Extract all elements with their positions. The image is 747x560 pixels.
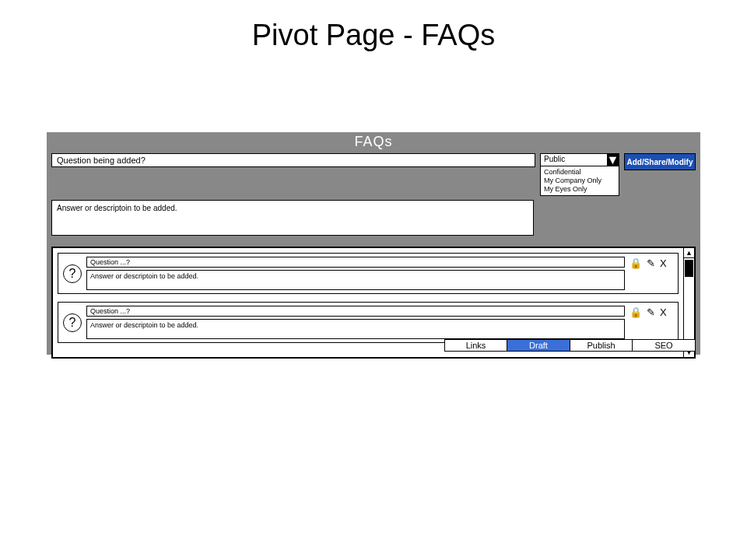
faq-fields: Question ...? Answer or descriptoin to b… (86, 306, 625, 339)
faq-row: ? Question ...? Answer or descriptoin to… (58, 253, 679, 294)
question-input[interactable]: Question being added? (51, 153, 535, 167)
tab-seo[interactable]: SEO (632, 339, 696, 352)
scroll-up-icon[interactable]: ▲ (684, 248, 694, 258)
tab-links[interactable]: Links (444, 339, 508, 352)
faq-question-field[interactable]: Question ...? (86, 306, 625, 317)
tab-draft[interactable]: Draft (507, 339, 570, 352)
edit-icon[interactable]: ✎ (647, 306, 655, 318)
delete-icon[interactable]: X (660, 306, 667, 318)
faq-question-field[interactable]: Question ...? (86, 257, 625, 268)
add-share-modify-button[interactable]: Add/Share/Modify (624, 153, 696, 170)
row-actions: 🔒 ✎ X (630, 257, 673, 290)
answer-input[interactable]: Answer or descriptoin to be added. (51, 200, 534, 236)
row-actions: 🔒 ✎ X (630, 306, 673, 339)
faq-fields: Question ...? Answer or descriptoin to b… (86, 257, 625, 290)
add-row: Question being added? Public ▼ Confident… (47, 153, 700, 196)
visibility-options[interactable]: Confidential My Company Only My Eyes Onl… (540, 166, 619, 196)
edit-icon[interactable]: ✎ (647, 257, 655, 269)
scroll-thumb[interactable] (685, 260, 693, 277)
faqs-panel: FAQs Question being added? Public ▼ Conf… (47, 132, 700, 355)
visibility-option[interactable]: My Eyes Only (544, 185, 615, 194)
question-icon: ? (63, 264, 82, 283)
faq-answer-field[interactable]: Answer or descriptoin to be added. (86, 270, 625, 290)
lock-icon[interactable]: 🔒 (630, 257, 642, 269)
visibility-select-stack: Public ▼ Confidential My Company Only My… (540, 153, 619, 196)
visibility-selected: Public (541, 154, 607, 166)
faq-row: ? Question ...? Answer or descriptoin to… (58, 302, 679, 343)
scroll-track[interactable] (684, 258, 694, 347)
lock-icon[interactable]: 🔒 (630, 306, 642, 318)
panel-title: FAQs (47, 132, 700, 153)
visibility-select[interactable]: Public ▼ (540, 153, 619, 166)
delete-icon[interactable]: X (660, 257, 667, 269)
faq-answer-field[interactable]: Answer or descriptoin to be added. (86, 319, 625, 339)
question-icon: ? (63, 313, 82, 332)
visibility-option[interactable]: Confidential (544, 168, 615, 177)
visibility-option[interactable]: My Company Only (544, 177, 615, 185)
page-title: Pivot Page - FAQs (0, 0, 747, 52)
chevron-down-icon: ▼ (607, 154, 619, 166)
tab-publish[interactable]: Publish (570, 339, 633, 352)
tabs: Links Draft Publish SEO (445, 339, 696, 352)
